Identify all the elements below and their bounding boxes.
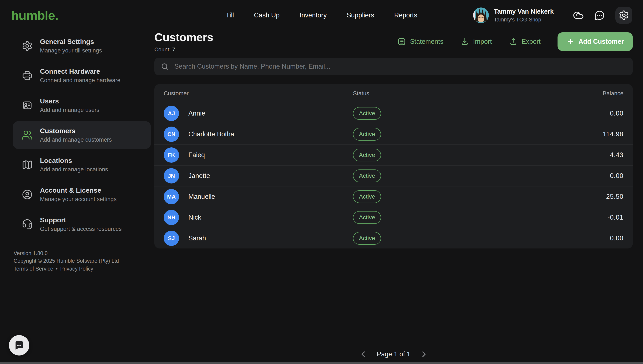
customer-row[interactable]: FK Faieq Active 4.43 (154, 144, 633, 165)
settings-button[interactable] (615, 7, 632, 24)
table-body: AJ Annie Active 0.00 CN Charlotte Botha … (154, 103, 633, 248)
status-badge: Active (353, 190, 381, 203)
sidebar-item-title: Support (40, 216, 122, 224)
privacy-link[interactable]: Privacy Policy (60, 265, 93, 272)
user-cluster[interactable]: Tammy Van Niekerk Tammy's TCG Shop (473, 7, 632, 24)
table-header-row: Customer Status Balance (154, 84, 633, 103)
nav-item-reports[interactable]: Reports (394, 12, 417, 19)
sidebar-item-subtitle: Connect and manage hardware (40, 77, 120, 84)
page-actions: Statements Import (397, 32, 633, 51)
customer-avatar: JN (164, 168, 179, 184)
id-card-icon (22, 100, 33, 111)
avatar-initials: MA (167, 194, 176, 200)
chevron-left-icon (358, 350, 368, 359)
customer-name: Faieq (188, 151, 205, 159)
sidebar-item-title: Users (40, 97, 99, 105)
customer-row[interactable]: AJ Annie Active 0.00 (154, 103, 633, 124)
chat-launcher[interactable] (9, 335, 29, 356)
sidebar-item-subtitle: Get support & access resources (40, 226, 122, 232)
plus-icon (566, 38, 574, 46)
search-bar[interactable] (154, 58, 633, 75)
add-customer-label: Add Customer (578, 38, 624, 46)
download-icon (460, 37, 469, 46)
app-root: humble. TillCash UpInventorySuppliersRep… (0, 0, 643, 364)
sidebar-item-title: Locations (40, 157, 108, 164)
column-header-balance: Balance (603, 90, 623, 97)
export-label: Export (522, 38, 541, 46)
column-header-customer: Customer (164, 90, 353, 97)
user-name: Tammy Van Niekerk (494, 8, 554, 16)
sidebar-item-locations[interactable]: Locations Add and manage locations (13, 151, 151, 179)
nav-item-suppliers[interactable]: Suppliers (347, 12, 374, 19)
sidebar-item-subtitle: Manage your account settings (40, 196, 117, 202)
customer-avatar: FK (164, 148, 179, 163)
upload-icon (509, 37, 518, 46)
sidebar-item-title: Account & License (40, 186, 117, 194)
customer-balance: 0.00 (610, 234, 623, 242)
nav-item-inventory[interactable]: Inventory (300, 12, 327, 19)
status-badge: Active (353, 232, 381, 245)
messages-button[interactable] (594, 10, 605, 21)
column-header-status: Status (353, 90, 603, 97)
customer-name: Nick (188, 214, 201, 221)
customer-row[interactable]: NH Nick Active -0.01 (154, 207, 633, 228)
footer-separator: • (56, 265, 58, 272)
add-customer-button[interactable]: Add Customer (557, 32, 633, 51)
pagination: Page 1 of 1 (358, 350, 429, 359)
brand-logo[interactable]: humble. (11, 8, 58, 23)
statements-label: Statements (410, 38, 443, 46)
customer-avatar: CN (164, 126, 179, 142)
avatar-initials: AJ (168, 110, 175, 117)
sidebar-item-subtitle: Add and manage locations (40, 166, 108, 173)
nav-item-till[interactable]: Till (226, 12, 234, 19)
customer-row[interactable]: MA Manuelle Active -25.50 (154, 186, 633, 207)
customers-table: Customer Status Balance AJ Annie Active … (154, 84, 633, 248)
headset-icon (22, 219, 33, 230)
sidebar-item-support[interactable]: Support Get support & access resources (13, 210, 151, 238)
terms-link[interactable]: Terms of Service (14, 265, 53, 272)
sidebar-item-subtitle: Add and manage users (40, 107, 99, 114)
avatar-initials: JN (168, 173, 175, 179)
export-button[interactable]: Export (509, 37, 541, 46)
sidebar-item-users[interactable]: Users Add and manage users (13, 91, 151, 119)
customer-balance: 114.98 (603, 130, 623, 138)
next-page-button[interactable] (419, 350, 429, 359)
user-circle-icon (22, 189, 33, 200)
customer-row[interactable]: CN Charlotte Botha Active 114.98 (154, 124, 633, 144)
statements-icon (397, 37, 406, 46)
printer-icon (22, 70, 33, 81)
page-indicator: Page 1 of 1 (377, 350, 410, 358)
user-avatar[interactable] (473, 8, 489, 23)
sidebar-item-connect-hardware[interactable]: Connect Hardware Connect and manage hard… (13, 62, 151, 90)
import-button[interactable]: Import (460, 37, 492, 46)
sidebar: General Settings Manage your till settin… (0, 30, 154, 364)
sidebar-item-title: Customers (40, 127, 112, 135)
gear-icon (22, 40, 33, 52)
cloud-sync-icon (573, 10, 584, 21)
customer-balance: -0.01 (607, 214, 623, 221)
sidebar-footer: Version 1.80.0 Copyright © 2025 Humble S… (14, 249, 151, 272)
messages-icon (594, 10, 605, 21)
sidebar-item-customers[interactable]: Customers Add and manage customers (13, 121, 151, 149)
customer-balance: 0.00 (610, 110, 623, 117)
customer-name: Janette (188, 172, 210, 180)
search-input[interactable] (173, 62, 626, 71)
statements-button[interactable]: Statements (397, 37, 443, 46)
chevron-right-icon (419, 350, 429, 359)
customer-balance: 4.43 (610, 151, 623, 159)
chat-bubble-smile-icon (14, 340, 25, 351)
user-meta: Tammy Van Niekerk Tammy's TCG Shop (494, 8, 554, 23)
cloud-sync-button[interactable] (573, 10, 584, 21)
customer-row[interactable]: SJ Sarah Active 0.00 (154, 228, 633, 248)
map-icon (22, 159, 33, 170)
sidebar-item-account-license[interactable]: Account & License Manage your account se… (13, 180, 151, 208)
sidebar-item-general-settings[interactable]: General Settings Manage your till settin… (13, 32, 151, 60)
search-icon (161, 62, 169, 70)
sidebar-item-subtitle: Manage your till settings (40, 47, 102, 54)
nav-item-cash-up[interactable]: Cash Up (254, 12, 280, 19)
sidebar-nav: General Settings Manage your till settin… (13, 32, 151, 238)
status-badge: Active (353, 149, 381, 162)
customer-balance: -25.50 (604, 193, 623, 200)
previous-page-button[interactable] (358, 350, 368, 359)
customer-row[interactable]: JN Janette Active 0.00 (154, 165, 633, 186)
